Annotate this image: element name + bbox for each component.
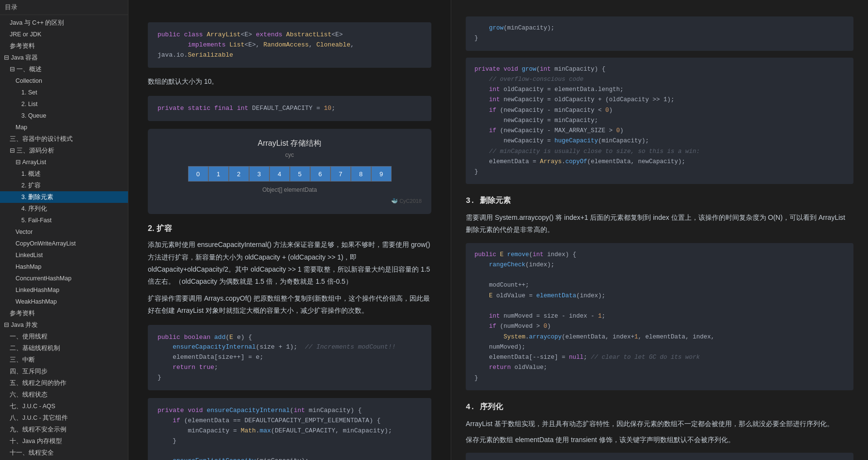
array-box: 7 (331, 166, 351, 182)
section3-title: 3. 删除元素 (466, 196, 853, 206)
array-box: 1 (208, 166, 229, 182)
grow-call-block: grow(minCapacity); } (466, 16, 853, 51)
array-box: 8 (351, 166, 371, 182)
sidebar-item-design-pattern[interactable]: 三、容器中的设计模式 (0, 133, 128, 145)
array-box: 4 (269, 166, 290, 182)
section4-text2: 保存元素的数组 elementData 使用 transient 修饰，该关键字… (466, 434, 853, 446)
class-declaration-block: public class ArrayList<E> extends Abstra… (148, 22, 431, 68)
main-content: public class ArrayList<E> extends Abstra… (128, 0, 868, 460)
sidebar-title: 目录 (5, 3, 17, 11)
transient-code-block: transient Object[] elementData; // non-p… (466, 453, 853, 460)
sidebar-item-map[interactable]: Map (0, 122, 128, 133)
array-box: 0 (188, 166, 208, 182)
array-box: 3 (249, 166, 269, 182)
sidebar-item-source-analysis[interactable]: ⊟ 三、源码分析 (0, 145, 128, 156)
sidebar-item-java-cpp[interactable]: Java 与 C++ 的区别 (0, 17, 128, 29)
sidebar-item-list[interactable]: 2. List (0, 98, 128, 110)
array-box: 6 (310, 166, 331, 182)
sidebar-tree[interactable]: Java 与 C++ 的区别JRE or JDK参考资料⊟ Java 容器⊟ 一… (0, 15, 128, 460)
sidebar-item-thread-cooperation[interactable]: 五、线程之间的协作 (0, 377, 128, 389)
section2-text2: 扩容操作需要调用 Arrays.copyOf() 把原数组整个复制到新数组中，这… (148, 292, 431, 317)
sidebar-item-java-container[interactable]: ⊟ Java 容器 (0, 52, 128, 63)
grow-method-block: private void grow(int minCapacity) { // … (466, 58, 853, 184)
sidebar-item-juc-aqs[interactable]: 七、J.U.C - AQS (0, 400, 128, 412)
section2-text1: 添加元素时使用 ensureCapacityInternal() 方法来保证容量… (148, 239, 431, 288)
sidebar-item-thread-mechanism[interactable]: 二、基础线程机制 (0, 342, 128, 354)
code-panel[interactable]: grow(minCapacity); } private void grow(i… (451, 0, 868, 460)
arraylist-diagram: ArrayList 存储结构 cyc 0123456789 Object[] e… (148, 129, 431, 214)
article-panel[interactable]: public class ArrayList<E> extends Abstra… (128, 0, 451, 460)
sidebar-item-ref1[interactable]: 参考资料 (0, 40, 128, 52)
array-boxes: 0123456789 (158, 166, 422, 182)
sidebar-item-thread-safety[interactable]: 九、线程不安全示例 (0, 424, 128, 435)
sidebar-item-weakhashmap[interactable]: WeakHashMap (0, 296, 128, 307)
sidebar-item-java-memory[interactable]: 十、Java 内存模型 (0, 435, 128, 447)
section4-title: 4. 序列化 (466, 402, 853, 412)
array-box: 9 (371, 166, 392, 182)
sidebar-item-use-thread[interactable]: 一、使用线程 (0, 331, 128, 342)
sidebar-header: 目录 (0, 0, 128, 15)
diagram-title: ArrayList 存储结构 (158, 138, 422, 149)
sidebar-item-ref2[interactable]: 参考资料 (0, 307, 128, 319)
sidebar-item-al-expand[interactable]: 2. 扩容 (0, 180, 128, 191)
sidebar-item-thread-safety2[interactable]: 十一、线程安全 (0, 447, 128, 459)
sidebar-item-arraylist[interactable]: ⊟ ArrayList (0, 156, 128, 168)
sidebar-item-collection[interactable]: Collection (0, 75, 128, 87)
diagram-label: Object[] elementData (158, 186, 422, 193)
sidebar-item-vector[interactable]: Vector (0, 226, 128, 238)
section2-title: 2. 扩容 (148, 224, 431, 234)
ensure-capacity-code: private void ensureCapacityInternal(int … (148, 398, 431, 460)
sidebar-item-al-serialize[interactable]: 4. 序列化 (0, 203, 128, 215)
array-box: 2 (229, 166, 249, 182)
sidebar-item-hashmap[interactable]: HashMap (0, 261, 128, 273)
sidebar-item-mutual-exclusive[interactable]: 四、互斥同步 (0, 366, 128, 377)
sidebar-item-copyonwrite[interactable]: CopyOnWriteArrayList (0, 238, 128, 249)
sidebar-item-al-overview[interactable]: 1. 概述 (0, 168, 128, 180)
sidebar-item-set[interactable]: 1. Set (0, 87, 128, 98)
sidebar-item-juc-other[interactable]: 八、J.U.C - 其它组件 (0, 412, 128, 424)
section3-text: 需要调用 System.arraycopy() 将 index+1 后面的元素都… (466, 212, 853, 236)
array-box: 5 (290, 166, 310, 182)
sidebar-item-queue[interactable]: 3. Queue (0, 110, 128, 122)
sidebar-item-linkedhashmap[interactable]: LinkedHashMap (0, 284, 128, 296)
remove-code-block: public E remove(int index) { rangeCheck(… (466, 243, 853, 390)
default-capacity-text: 数组的默认大小为 10。 (148, 76, 431, 88)
sidebar-item-jre-jdk[interactable]: JRE or JDK (0, 29, 128, 40)
sidebar-item-overview1[interactable]: ⊟ 一、概述 (0, 63, 128, 75)
sidebar-item-interrupt[interactable]: 三、中断 (0, 354, 128, 366)
sidebar-item-linkedlist[interactable]: LinkedList (0, 249, 128, 261)
diagram-subtitle: cyc (158, 152, 422, 158)
section4-text1: ArrayList 基于数组实现，并且具有动态扩容特性，因此保存元素的数组不一定… (466, 418, 853, 430)
sidebar: 目录 Java 与 C++ 的区别JRE or JDK参考资料⊟ Java 容器… (0, 0, 128, 460)
add-code-block: public boolean add(E e) { ensureCapacity… (148, 325, 431, 391)
default-capacity-code: private static final int DEFAULT_CAPACIT… (148, 96, 431, 122)
sidebar-item-concurrenthashmap[interactable]: ConcurrentHashMap (0, 273, 128, 284)
diagram-footer: 🐳 CyC2018 (158, 198, 422, 204)
sidebar-item-al-delete[interactable]: 3. 删除元素 (0, 191, 128, 203)
sidebar-item-al-failfast[interactable]: 5. Fail-Fast (0, 215, 128, 226)
sidebar-item-java-concurrent[interactable]: ⊟ Java 并发 (0, 319, 128, 331)
sidebar-item-thread-state[interactable]: 六、线程状态 (0, 389, 128, 400)
